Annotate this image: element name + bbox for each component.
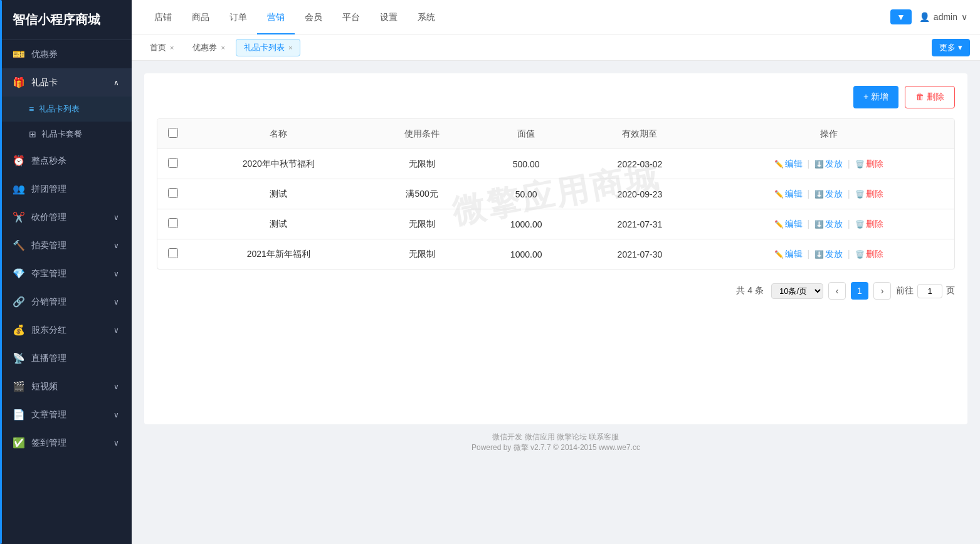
chevron-down-icon: ∨	[113, 326, 119, 335]
nav-settings[interactable]: 设置	[370, 0, 408, 34]
sidebar-item-label: 整点秒杀	[31, 155, 66, 167]
add-button[interactable]: + 新增	[853, 86, 898, 108]
td-value: 1000.00	[476, 239, 577, 269]
sep2: |	[848, 219, 850, 229]
delete-link[interactable]: 删除	[866, 249, 883, 259]
delete-icon: 🗑️	[855, 160, 865, 169]
admin-info[interactable]: 👤 admin ∨	[919, 12, 967, 22]
sidebar-item-pintuan[interactable]: 👥 拼团管理	[0, 175, 132, 203]
select-all-checkbox[interactable]	[168, 128, 178, 138]
edit-link[interactable]: 编辑	[785, 189, 803, 199]
user-icon: 👤	[919, 12, 930, 22]
sidebar-item-youhuiquan[interactable]: 🎫 优惠券	[0, 40, 132, 68]
delete-link[interactable]: 删除	[866, 219, 883, 229]
nav-shop[interactable]: 店铺	[144, 0, 182, 34]
sidebar-item-lipinka[interactable]: 🎁 礼品卡 ∧	[0, 68, 132, 97]
distribute-icon: 🔗	[13, 296, 25, 308]
tab-close-home[interactable]: ×	[170, 44, 174, 51]
sidebar-item-shanjia[interactable]: ✂️ 砍价管理 ∨	[0, 203, 132, 231]
pagination: 共 4 条 10条/页 20条/页 50条/页 ‹ 1 › 前往 页	[157, 282, 955, 300]
th-condition: 使用条件	[368, 119, 475, 149]
sidebar-subitem-label: 礼品卡列表	[39, 103, 80, 115]
tab-label: 首页	[150, 42, 166, 53]
sidebar-item-duobao[interactable]: 💎 夺宝管理 ∨	[0, 259, 132, 288]
edit-link[interactable]: 编辑	[785, 249, 803, 259]
sidebar-item-label: 砍价管理	[31, 212, 66, 223]
td-value: 500.00	[476, 149, 577, 179]
tab-label: 优惠券	[192, 42, 217, 53]
sidebar-item-qiandao[interactable]: ✅ 签到管理 ∨	[0, 429, 132, 457]
sidebar-item-label: 礼品卡	[31, 77, 58, 88]
sidebar-item-duan[interactable]: 🎬 短视频 ∨	[0, 372, 132, 400]
issue-link[interactable]: 发放	[825, 249, 843, 259]
tab-home[interactable]: 首页 ×	[142, 39, 182, 56]
td-condition: 无限制	[368, 209, 475, 239]
delete-link[interactable]: 删除	[866, 189, 883, 199]
td-condition: 无限制	[368, 239, 475, 269]
table-body: 2020年中秋节福利 无限制 500.00 2022-03-02 ✏️编辑 | …	[157, 149, 954, 269]
nav-goods[interactable]: 商品	[182, 0, 219, 34]
sidebar-item-fenxiao[interactable]: 🔗 分销管理 ∨	[0, 288, 132, 316]
sep1: |	[808, 219, 810, 229]
next-page-button[interactable]: ›	[873, 282, 891, 300]
row-checkbox[interactable]	[168, 188, 178, 198]
nav-marketing[interactable]: 营销	[257, 0, 295, 34]
dropdown-button[interactable]: ▼	[890, 9, 912, 24]
action-toolbar: + 新增 🗑 删除	[157, 86, 955, 108]
td-actions: ✏️编辑 | ⬇️发放 | 🗑️删除	[703, 179, 954, 209]
td-value: 1000.00	[476, 209, 577, 239]
issue-icon: ⬇️	[814, 220, 824, 229]
top-nav-right: ▼ 👤 admin ∨	[890, 9, 967, 24]
batch-delete-button[interactable]: 🗑 删除	[905, 86, 955, 108]
row-checkbox[interactable]	[168, 158, 178, 168]
td-name: 测试	[189, 179, 368, 209]
flash-icon: ⏰	[13, 155, 25, 167]
page-goto-input[interactable]	[917, 284, 942, 298]
th-expire: 有效期至	[577, 119, 703, 149]
sidebar-item-wenzhang[interactable]: 📄 文章管理 ∨	[0, 400, 132, 429]
td-expire: 2020-09-23	[577, 179, 703, 209]
giftcard-icon: 🎁	[13, 76, 25, 88]
sep2: |	[848, 159, 850, 169]
th-value: 面值	[476, 119, 577, 149]
more-button[interactable]: 更多 ▾	[932, 39, 970, 56]
sidebar-item-label: 股东分红	[31, 325, 66, 336]
sidebar-subitem-lipinka-set[interactable]: ⊞ 礼品卡套餐	[0, 122, 132, 147]
edit-link[interactable]: 编辑	[785, 159, 803, 169]
nav-platform[interactable]: 平台	[332, 0, 370, 34]
delete-link[interactable]: 删除	[866, 159, 883, 169]
nav-system[interactable]: 系统	[408, 0, 445, 34]
tab-giftcard-list[interactable]: 礼品卡列表 ×	[236, 39, 300, 56]
admin-name: admin	[934, 12, 957, 22]
row-checkbox[interactable]	[168, 248, 178, 258]
sidebar-subitem-lipinka-list[interactable]: ≡ 礼品卡列表	[0, 97, 132, 122]
td-checkbox	[157, 179, 189, 209]
nav-member[interactable]: 会员	[295, 0, 332, 34]
prev-page-button[interactable]: ‹	[828, 282, 846, 300]
issue-link[interactable]: 发放	[825, 159, 843, 169]
sidebar-item-label: 直播管理	[31, 353, 66, 364]
th-action: 操作	[703, 119, 954, 149]
row-checkbox[interactable]	[168, 218, 178, 228]
issue-link[interactable]: 发放	[825, 219, 843, 229]
page-size-select[interactable]: 10条/页 20条/页 50条/页	[771, 283, 823, 299]
edit-link[interactable]: 编辑	[785, 219, 803, 229]
tab-coupon[interactable]: 优惠券 ×	[184, 39, 233, 56]
sidebar-item-gudong[interactable]: 💰 股东分红 ∨	[0, 316, 132, 344]
chevron-down-icon: ∨	[113, 269, 119, 278]
list-icon: ≡	[29, 104, 34, 114]
sidebar-item-paimai[interactable]: 🔨 拍卖管理 ∨	[0, 231, 132, 259]
issue-link[interactable]: 发放	[825, 189, 843, 199]
tab-close-giftcard[interactable]: ×	[288, 44, 292, 51]
td-checkbox	[157, 149, 189, 179]
sidebar-item-zhibo[interactable]: 📡 直播管理	[0, 344, 132, 372]
edit-icon: ✏️	[774, 250, 784, 259]
chevron-down-icon: ∨	[113, 411, 119, 419]
tab-close-coupon[interactable]: ×	[221, 44, 224, 51]
sidebar-item-label: 夺宝管理	[31, 268, 66, 280]
sidebar-item-zhengdian[interactable]: ⏰ 整点秒杀	[0, 147, 132, 175]
nav-order[interactable]: 订单	[219, 0, 257, 34]
sidebar-item-label: 文章管理	[31, 409, 66, 421]
sidebar-item-label: 拼团管理	[31, 184, 66, 195]
cut-icon: ✂️	[13, 211, 25, 223]
